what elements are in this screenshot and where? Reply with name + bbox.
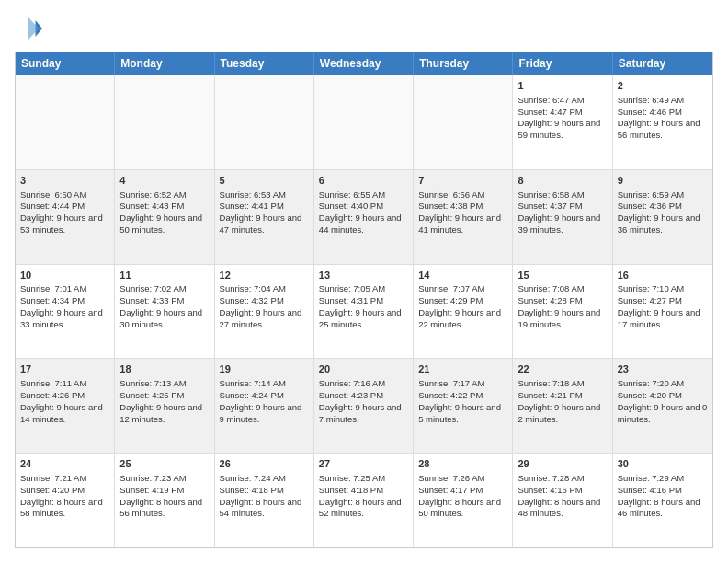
day-number: 17 bbox=[20, 362, 109, 376]
cell-content-line: Sunrise: 7:10 AM bbox=[618, 283, 708, 295]
cell-content-line: Daylight: 8 hours and 52 minutes. bbox=[319, 497, 408, 521]
cal-header-saturday: Saturday bbox=[613, 52, 712, 75]
cell-content-line: Sunrise: 7:04 AM bbox=[220, 283, 309, 295]
cal-cell-r0-c6: 2Sunrise: 6:49 AMSunset: 4:46 PMDaylight… bbox=[613, 75, 712, 169]
cell-content-line: Sunrise: 6:52 AM bbox=[119, 190, 209, 201]
cell-content-line: Sunset: 4:27 PM bbox=[618, 295, 708, 307]
cal-cell-r4-c4: 28Sunrise: 7:26 AMSunset: 4:17 PMDayligh… bbox=[414, 454, 513, 547]
day-number: 18 bbox=[119, 362, 209, 376]
cell-content-line: Daylight: 9 hours and 47 minutes. bbox=[220, 213, 309, 236]
cell-content-line: Sunrise: 6:58 AM bbox=[518, 190, 607, 201]
cell-content-line: Sunrise: 6:50 AM bbox=[20, 190, 109, 201]
cal-cell-r2-c0: 10Sunrise: 7:01 AMSunset: 4:34 PMDayligh… bbox=[16, 265, 115, 359]
cell-content-line: Daylight: 8 hours and 56 minutes. bbox=[119, 497, 209, 521]
cell-content-line: Sunset: 4:28 PM bbox=[518, 295, 607, 307]
cell-content-line: Sunset: 4:16 PM bbox=[618, 485, 708, 497]
svg-marker-1 bbox=[28, 17, 39, 40]
logo-icon bbox=[15, 15, 42, 42]
cell-content-line: Sunrise: 7:21 AM bbox=[20, 473, 109, 485]
cal-cell-r3-c5: 22Sunrise: 7:18 AMSunset: 4:21 PMDayligh… bbox=[513, 359, 612, 453]
header bbox=[15, 15, 713, 42]
cell-content-line: Sunset: 4:40 PM bbox=[319, 201, 408, 213]
cal-cell-r2-c4: 14Sunrise: 7:07 AMSunset: 4:29 PMDayligh… bbox=[414, 265, 513, 359]
cell-content-line: Sunrise: 7:17 AM bbox=[418, 378, 507, 390]
cell-content-line: Sunrise: 7:11 AM bbox=[20, 378, 109, 390]
day-number: 11 bbox=[119, 269, 209, 282]
cell-content-line: Daylight: 9 hours and 12 minutes. bbox=[119, 402, 209, 426]
day-number: 27 bbox=[319, 457, 408, 471]
day-number: 29 bbox=[518, 457, 607, 471]
cal-cell-r0-c3 bbox=[314, 75, 414, 169]
day-number: 22 bbox=[518, 362, 607, 376]
cell-content-line: Sunset: 4:17 PM bbox=[418, 485, 507, 497]
cell-content-line: Daylight: 9 hours and 30 minutes. bbox=[119, 307, 209, 331]
cal-cell-r4-c0: 24Sunrise: 7:21 AMSunset: 4:20 PMDayligh… bbox=[16, 454, 115, 547]
day-number: 10 bbox=[20, 269, 109, 282]
cell-content-line: Daylight: 9 hours and 33 minutes. bbox=[20, 307, 109, 331]
cal-row-2: 10Sunrise: 7:01 AMSunset: 4:34 PMDayligh… bbox=[16, 264, 712, 359]
cal-row-4: 24Sunrise: 7:21 AMSunset: 4:20 PMDayligh… bbox=[16, 453, 712, 547]
cell-content-line: Daylight: 9 hours and 14 minutes. bbox=[20, 402, 109, 426]
day-number: 30 bbox=[618, 457, 708, 471]
cal-cell-r2-c2: 12Sunrise: 7:04 AMSunset: 4:32 PMDayligh… bbox=[215, 265, 314, 359]
cell-content-line: Sunset: 4:31 PM bbox=[319, 295, 408, 307]
day-number: 4 bbox=[119, 174, 209, 188]
day-number: 7 bbox=[418, 174, 507, 188]
cell-content-line: Daylight: 9 hours and 9 minutes. bbox=[220, 402, 309, 426]
day-number: 3 bbox=[20, 174, 109, 188]
cell-content-line: Sunset: 4:46 PM bbox=[618, 107, 708, 119]
cell-content-line: Sunset: 4:18 PM bbox=[319, 485, 408, 497]
day-number: 15 bbox=[518, 269, 607, 282]
cal-cell-r3-c3: 20Sunrise: 7:16 AMSunset: 4:23 PMDayligh… bbox=[314, 359, 414, 453]
cell-content-line: Sunset: 4:38 PM bbox=[418, 201, 507, 213]
cal-cell-r1-c6: 9Sunrise: 6:59 AMSunset: 4:36 PMDaylight… bbox=[613, 170, 712, 264]
cell-content-line: Daylight: 8 hours and 48 minutes. bbox=[518, 497, 607, 521]
cell-content-line: Sunrise: 6:47 AM bbox=[518, 95, 607, 107]
cell-content-line: Daylight: 9 hours and 36 minutes. bbox=[618, 213, 708, 236]
cell-content-line: Daylight: 9 hours and 19 minutes. bbox=[518, 307, 607, 331]
cell-content-line: Daylight: 8 hours and 50 minutes. bbox=[418, 497, 507, 521]
cell-content-line: Daylight: 9 hours and 27 minutes. bbox=[220, 307, 309, 331]
cal-cell-r3-c2: 19Sunrise: 7:14 AMSunset: 4:24 PMDayligh… bbox=[215, 359, 314, 453]
cal-header-tuesday: Tuesday bbox=[215, 52, 314, 75]
cell-content-line: Sunset: 4:29 PM bbox=[418, 295, 507, 307]
day-number: 2 bbox=[618, 79, 708, 93]
cell-content-line: Sunset: 4:37 PM bbox=[518, 201, 607, 213]
calendar-body: 1Sunrise: 6:47 AMSunset: 4:47 PMDaylight… bbox=[16, 75, 712, 547]
cell-content-line: Sunrise: 7:28 AM bbox=[518, 473, 607, 485]
cell-content-line: Sunset: 4:43 PM bbox=[119, 201, 209, 213]
day-number: 21 bbox=[418, 362, 507, 376]
cell-content-line: Sunrise: 7:05 AM bbox=[319, 283, 408, 295]
day-number: 8 bbox=[518, 174, 607, 188]
cell-content-line: Daylight: 9 hours and 53 minutes. bbox=[20, 213, 109, 236]
cell-content-line: Daylight: 8 hours and 46 minutes. bbox=[618, 497, 708, 521]
day-number: 19 bbox=[220, 362, 309, 376]
cal-cell-r0-c0 bbox=[16, 75, 115, 169]
day-number: 26 bbox=[220, 457, 309, 471]
cal-cell-r3-c4: 21Sunrise: 7:17 AMSunset: 4:22 PMDayligh… bbox=[414, 359, 513, 453]
cell-content-line: Sunrise: 7:20 AM bbox=[618, 378, 708, 390]
cell-content-line: Sunrise: 7:01 AM bbox=[20, 283, 109, 295]
cal-cell-r2-c1: 11Sunrise: 7:02 AMSunset: 4:33 PMDayligh… bbox=[115, 265, 214, 359]
cell-content-line: Sunrise: 7:23 AM bbox=[119, 473, 209, 485]
cal-cell-r1-c3: 6Sunrise: 6:55 AMSunset: 4:40 PMDaylight… bbox=[314, 170, 414, 264]
cell-content-line: Sunset: 4:41 PM bbox=[220, 201, 309, 213]
cal-cell-r0-c2 bbox=[215, 75, 314, 169]
cell-content-line: Sunrise: 7:24 AM bbox=[220, 473, 309, 485]
cal-row-0: 1Sunrise: 6:47 AMSunset: 4:47 PMDaylight… bbox=[16, 75, 712, 169]
cal-cell-r3-c0: 17Sunrise: 7:11 AMSunset: 4:26 PMDayligh… bbox=[16, 359, 115, 453]
cell-content-line: Daylight: 9 hours and 59 minutes. bbox=[518, 118, 607, 142]
cell-content-line: Daylight: 9 hours and 2 minutes. bbox=[518, 402, 607, 426]
cell-content-line: Sunrise: 7:13 AM bbox=[119, 378, 209, 390]
cell-content-line: Sunrise: 7:26 AM bbox=[418, 473, 507, 485]
cell-content-line: Daylight: 9 hours and 50 minutes. bbox=[119, 213, 209, 236]
day-number: 12 bbox=[220, 269, 309, 282]
cell-content-line: Sunset: 4:23 PM bbox=[319, 390, 408, 402]
cal-cell-r1-c5: 8Sunrise: 6:58 AMSunset: 4:37 PMDaylight… bbox=[513, 170, 612, 264]
cal-header-sunday: Sunday bbox=[16, 52, 115, 75]
cal-cell-r1-c0: 3Sunrise: 6:50 AMSunset: 4:44 PMDaylight… bbox=[16, 170, 115, 264]
cell-content-line: Sunrise: 7:02 AM bbox=[119, 283, 209, 295]
cell-content-line: Sunset: 4:26 PM bbox=[20, 390, 109, 402]
cell-content-line: Daylight: 8 hours and 58 minutes. bbox=[20, 497, 109, 521]
day-number: 24 bbox=[20, 457, 109, 471]
